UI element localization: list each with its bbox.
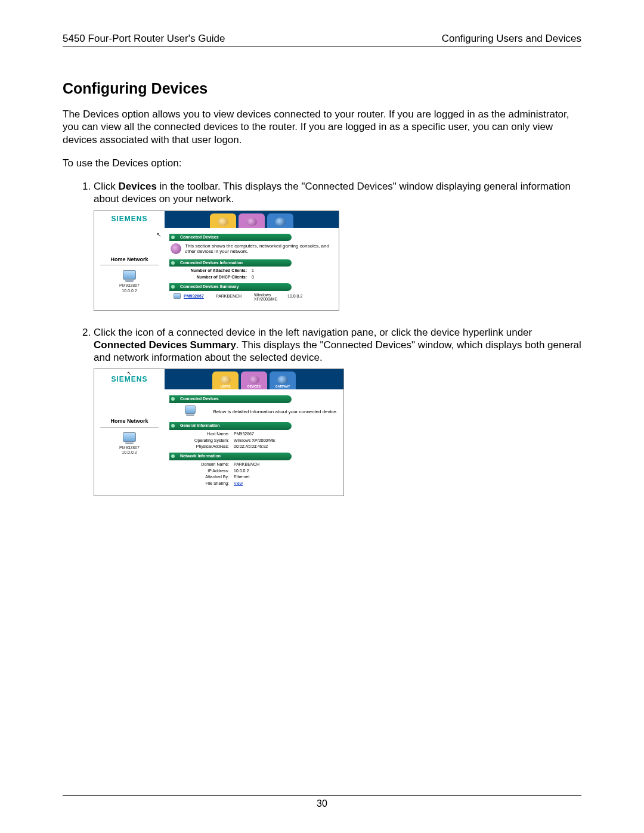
description-text: Below is detailed information about your… bbox=[213, 409, 338, 414]
page-header: 5450 Four-Port Router User's Guide Confi… bbox=[63, 33, 581, 47]
tab-devices[interactable]: DEVICES bbox=[241, 371, 267, 389]
cursor-icon: ↖ bbox=[127, 370, 132, 377]
kv-attached-by: Attached By:Ethernet bbox=[169, 474, 339, 481]
screenshot2-body: Home Network PM932867 10.0.0.2 Connected… bbox=[94, 389, 343, 496]
tabs-bar: USERS DEVICES GATEWAY bbox=[165, 211, 339, 228]
kv-physical-address: Physical Address:00:02:A5:03:46:82 bbox=[169, 444, 339, 450]
kv-host-name: Host Name:PM932867 bbox=[169, 431, 339, 438]
section-connected-devices: Connected Devices bbox=[169, 395, 292, 403]
step1-bold: Devices bbox=[119, 181, 157, 192]
sidebar-device[interactable]: PM932867 10.0.0.2 bbox=[98, 270, 161, 294]
screenshot-connected-device-detail: ↖ SIEMENS USERS DEVICES GATEWAY Home Net… bbox=[94, 368, 344, 496]
content-pane: Connected Devices Below is detailed info… bbox=[165, 389, 343, 496]
users-icon bbox=[218, 218, 228, 226]
kv-operating-system: Operating System:Windows XP/2000/ME bbox=[169, 438, 339, 444]
sidebar-heading: Home Network bbox=[100, 418, 159, 427]
monitor-icon bbox=[184, 405, 197, 416]
device-ip: 10.0.0.2 bbox=[287, 294, 314, 299]
device-domain: PARKBENCH bbox=[216, 294, 254, 299]
sidebar: ↖ Home Network PM932867 10.0.0.2 bbox=[94, 228, 165, 310]
description-text: This section shows the computers, networ… bbox=[185, 243, 333, 254]
sidebar-device-name: PM932867 bbox=[98, 445, 161, 451]
tab-gateway-label: GATEWAY bbox=[275, 385, 290, 388]
header-right: Configuring Users and Devices bbox=[442, 33, 581, 45]
siemens-logo: SIEMENS bbox=[94, 211, 165, 228]
users-icon bbox=[220, 376, 231, 384]
tab-users-label: USERS bbox=[220, 385, 230, 388]
section-connected-devices: Connected Devices bbox=[169, 234, 292, 241]
step1-pre: Click bbox=[94, 181, 119, 192]
device-os: Windows XP/2000/ME bbox=[254, 293, 287, 301]
content-pane: Connected Devices This section shows the… bbox=[165, 228, 339, 310]
kv-val: 0 bbox=[252, 275, 254, 280]
sidebar: Home Network PM932867 10.0.0.2 bbox=[94, 389, 165, 496]
page-footer: 30 bbox=[63, 795, 581, 809]
document-page: 5450 Four-Port Router User's Guide Confi… bbox=[0, 0, 644, 833]
screenshot1-header: SIEMENS USERS DEVICES GATEWAY bbox=[94, 211, 339, 228]
kv-attached-clients: Number of Attached Clients: 1 bbox=[169, 268, 334, 274]
tab-devices-label: DEVICES bbox=[247, 385, 261, 388]
tab-devices[interactable]: DEVICES bbox=[239, 213, 265, 228]
monitor-icon bbox=[122, 270, 137, 282]
gateway-icon bbox=[277, 376, 288, 384]
tab-gateway[interactable]: GATEWAY bbox=[270, 371, 296, 389]
tabs-bar: USERS DEVICES GATEWAY bbox=[165, 369, 343, 389]
step-1: Click Devices in the toolbar. This displ… bbox=[94, 180, 581, 311]
intro-paragraph: The Devices option allows you to view de… bbox=[63, 108, 581, 146]
section-connected-devices-summary: Connected Devices Summary bbox=[169, 283, 292, 291]
header-left: 5450 Four-Port Router User's Guide bbox=[63, 33, 225, 45]
section-network-information: Network Information bbox=[169, 453, 292, 460]
kv-key: Number of DHCP Clients: bbox=[181, 275, 252, 280]
sidebar-heading: Home Network bbox=[100, 256, 159, 265]
section-connected-devices-info: Connected Devices Information bbox=[169, 259, 292, 267]
kv-file-sharing: File Sharing:View bbox=[169, 481, 339, 487]
devices-icon bbox=[249, 376, 259, 384]
tab-users[interactable]: USERS bbox=[212, 371, 239, 389]
siemens-logo: ↖ SIEMENS bbox=[94, 369, 165, 389]
step-2: Click the icon of a connected device in … bbox=[94, 326, 581, 496]
monitor-icon bbox=[122, 432, 137, 444]
devices-icon bbox=[246, 218, 257, 226]
cursor-icon: ↖ bbox=[98, 231, 161, 237]
kv-key: Number of Attached Clients: bbox=[181, 268, 252, 274]
steps-list: Click Devices in the toolbar. This displ… bbox=[63, 180, 581, 496]
lead-paragraph: To use the Devices option: bbox=[63, 157, 581, 169]
screenshot1-body: ↖ Home Network PM932867 10.0.0.2 Connect… bbox=[94, 228, 339, 310]
tab-users[interactable]: USERS bbox=[210, 213, 236, 228]
monitor-icon bbox=[173, 293, 181, 300]
step2-pre: Click the icon of a connected device in … bbox=[94, 327, 532, 338]
section-general-information: General Information bbox=[169, 422, 292, 430]
sidebar-device-name: PM932867 bbox=[98, 283, 161, 289]
screenshot2-header: ↖ SIEMENS USERS DEVICES GATEWAY bbox=[94, 369, 343, 389]
tab-gateway[interactable]: GATEWAY bbox=[267, 213, 293, 228]
gear-icon bbox=[171, 243, 181, 254]
page-number: 30 bbox=[317, 798, 327, 809]
sidebar-device-ip: 10.0.0.2 bbox=[98, 450, 161, 456]
step1-post: in the toolbar. This displays the "Conne… bbox=[94, 181, 571, 205]
device-summary-row: PM932867 PARKBENCH Windows XP/2000/ME 10… bbox=[169, 292, 334, 302]
step2-bold: Connected Devices Summary bbox=[94, 339, 236, 351]
description-row: Below is detailed information about your… bbox=[169, 404, 339, 420]
description-row: This section shows the computers, networ… bbox=[169, 242, 334, 256]
device-link[interactable]: PM932867 bbox=[184, 294, 216, 299]
gateway-icon bbox=[275, 218, 286, 226]
kv-ip-address: IP Address:10.0.0.2 bbox=[169, 468, 339, 475]
kv-val: 1 bbox=[252, 268, 254, 274]
screenshot-connected-devices-list: SIEMENS USERS DEVICES GATEWAY ↖ Home Net… bbox=[94, 210, 339, 311]
sidebar-device-ip: 10.0.0.2 bbox=[98, 289, 161, 294]
sidebar-device[interactable]: PM932867 10.0.0.2 bbox=[98, 432, 161, 456]
kv-dhcp-clients: Number of DHCP Clients: 0 bbox=[169, 274, 334, 281]
file-sharing-view-link[interactable]: View bbox=[234, 481, 243, 487]
kv-domain-name: Domain Name:PARKBENCH bbox=[169, 462, 339, 468]
section-title: Configuring Devices bbox=[63, 80, 581, 97]
